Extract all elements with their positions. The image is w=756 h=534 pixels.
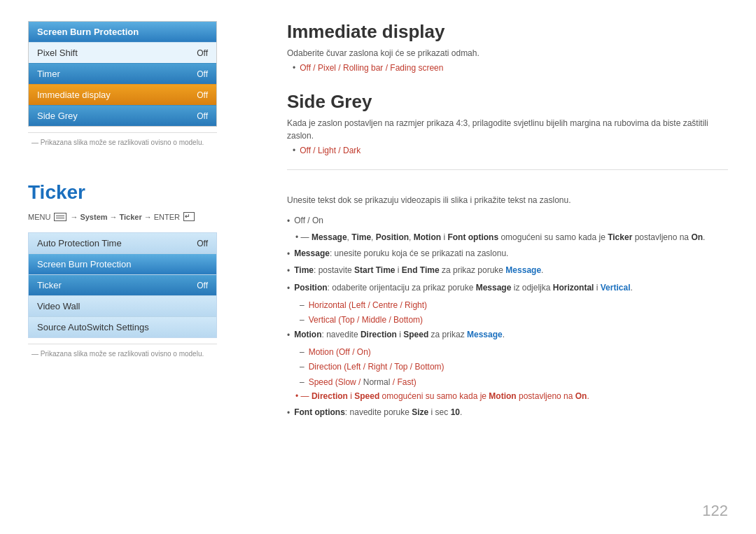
menu-item-ticker[interactable]: Ticker Off (29, 274, 216, 295)
bullet-message: Message: unesite poruku koja će se prika… (287, 246, 728, 262)
side-grey-desc: Kada je zaslon postavljen na razmjer pri… (287, 117, 728, 142)
ticker-content-desc: Unesite tekst dok se prikazuju videozapi… (287, 194, 728, 206)
menu-item-screen-burn[interactable]: Screen Burn Protection (29, 253, 216, 274)
sub-direction: Direction (Left / Right / Top / Bottom) (300, 360, 728, 374)
bullet-position: Position: odaberite orijentaciju za prik… (287, 281, 728, 297)
bullet-time: Time: postavite Start Time i End Time za… (287, 263, 728, 279)
immediate-display-options-text: Off / Pixel / Rolling bar / Fading scree… (300, 63, 443, 73)
nav-arrow1: → (70, 213, 78, 221)
top-right-section: Immediate display Odaberite čuvar zaslon… (287, 21, 728, 170)
menu-note-bottom: Prikazana slika može se razlikovati ovis… (28, 350, 238, 358)
side-grey-options-text: Off / Light / Dark (300, 146, 360, 155)
ticker-content-section: Unesite tekst dok se prikazuju videozapi… (287, 187, 728, 520)
side-grey-section: Side Grey Kada je zaslon postavljen na r… (287, 91, 728, 155)
menu-item-timer[interactable]: Timer Off (29, 63, 216, 84)
nav-arrow3: → (144, 213, 152, 221)
immediate-display-options: Off / Pixel / Rolling bar / Fading scree… (287, 63, 728, 73)
nav-ticker: Ticker (120, 213, 142, 221)
immediate-display-section: Immediate display Odaberite čuvar zaslon… (287, 21, 728, 73)
ticker-bullet-list: Off / On — Message, Time, Position, Moti… (287, 213, 728, 421)
bullet-off-on-sub: — Message, Time, Position, Motion i Font… (287, 231, 728, 244)
immediate-display-desc: Odaberite čuvar zaslona koji će se prika… (287, 47, 728, 59)
menu-item-video-wall[interactable]: Video Wall (29, 295, 216, 316)
motion-sub-list: Motion (Off / On) Direction (Left / Righ… (287, 345, 728, 389)
nav-system: System (80, 213, 107, 221)
menu-item-auto-protection[interactable]: Auto Protection Time Off (29, 233, 216, 253)
bullet-motion-note: — Direction i Speed omogućeni su samo ka… (287, 390, 728, 403)
nav-arrow2: → (110, 213, 118, 221)
ticker-section: Ticker MENU → System → Ticker → ENTER ↵ … (28, 181, 238, 358)
bullet-off-on: Off / On (287, 213, 728, 230)
side-grey-title: Side Grey (287, 91, 728, 113)
enter-icon: ↵ (183, 212, 195, 221)
menu-item-immediate-display[interactable]: Immediate display Off (29, 84, 216, 105)
page-number: 122 (702, 502, 728, 520)
menu-label: MENU (28, 213, 50, 221)
ticker-menu-box: Auto Protection Time Off Screen Burn Pro… (28, 232, 217, 338)
position-sub-list: Horizontal (Left / Centre / Right) Verti… (287, 298, 728, 328)
menu-item-side-grey[interactable]: Side Grey Off (29, 105, 216, 126)
divider-bottom (28, 344, 217, 344)
menu-item-source-autoswitch[interactable]: Source AutoSwitch Settings (29, 316, 216, 337)
bullet-motion: Motion: navedite Direction i Speed za pr… (287, 328, 728, 344)
sub-horizontal: Horizontal (Left / Centre / Right) (300, 298, 728, 312)
sub-vertical: Vertical (Top / Middle / Bottom) (300, 313, 728, 327)
divider-top (28, 132, 217, 133)
ticker-heading: Ticker (28, 181, 238, 204)
menu-icon (54, 213, 66, 221)
ticker-nav: MENU → System → Ticker → ENTER ↵ (28, 212, 238, 221)
bullet-font-options: Font options: navedite poruke Size i sec… (287, 405, 728, 421)
menu-item-pixel-shift[interactable]: Pixel Shift Off (29, 42, 216, 63)
immediate-display-title: Immediate display (287, 21, 728, 43)
side-grey-options: Off / Light / Dark (287, 146, 728, 155)
sub-motion-off-on: Motion (Off / On) (300, 345, 728, 359)
screen-burn-menu-box: Screen Burn Protection Pixel Shift Off T… (28, 21, 217, 127)
menu-box-title: Screen Burn Protection (29, 22, 216, 42)
menu-note-top: Prikazana slika može se razlikovati ovis… (28, 139, 238, 146)
sub-speed: Speed (Slow / Normal / Fast) (300, 375, 728, 389)
